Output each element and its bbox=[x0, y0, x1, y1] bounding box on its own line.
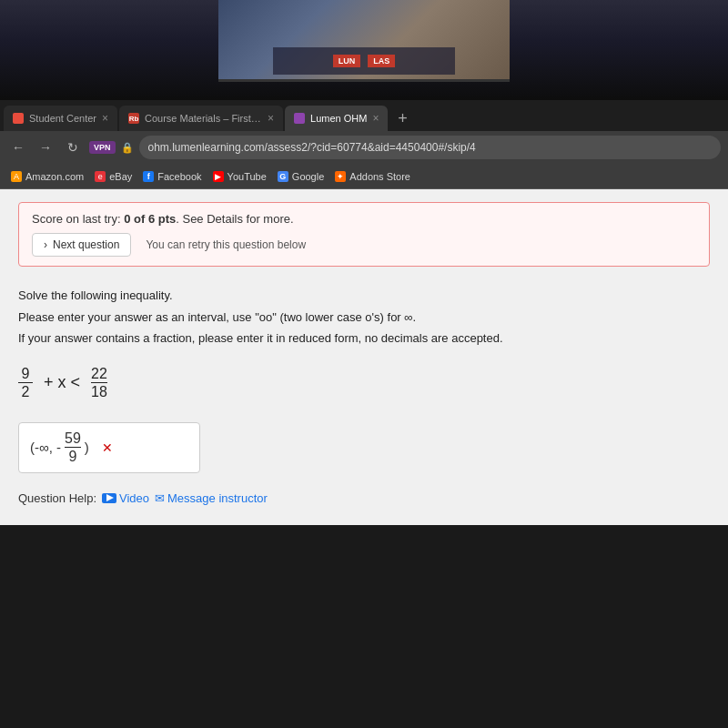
forward-button[interactable]: → bbox=[35, 136, 56, 158]
tab-close-student-center[interactable]: × bbox=[102, 112, 108, 125]
question-area: Solve the following inequality. Please e… bbox=[18, 279, 710, 512]
score-value: 0 of 6 pts bbox=[124, 212, 176, 226]
email-icon: ✉ bbox=[155, 491, 165, 505]
bookmarks-bar: A Amazon.com e eBay f Facebook ▶ YouTube… bbox=[0, 164, 728, 189]
next-question-label: Next question bbox=[53, 238, 119, 251]
tab-lumen-ohm[interactable]: Lumen OHM × bbox=[285, 106, 388, 131]
answer-denominator: 9 bbox=[66, 448, 80, 465]
question-help-label: Question Help: bbox=[18, 491, 96, 505]
bookmark-icon-youtube: ▶ bbox=[213, 171, 224, 182]
tv-background: LUN LAS bbox=[0, 0, 728, 100]
retry-message: You can retry this question below bbox=[146, 238, 306, 251]
message-instructor-link[interactable]: ✉ Message instructor bbox=[155, 491, 268, 505]
refresh-button[interactable]: ↻ bbox=[62, 136, 84, 158]
fraction-left: 9 2 bbox=[18, 366, 33, 400]
tab-course-materials[interactable]: Rb Course Materials – First Year Colle × bbox=[119, 106, 283, 131]
navigation-bar: ← → ↻ VPN 🔒 ohm.lumenlearning.com/assess… bbox=[0, 131, 728, 164]
answer-part2: ) bbox=[85, 440, 89, 455]
bookmark-label-ebay: eBay bbox=[109, 171, 132, 182]
video-help-link[interactable]: Video bbox=[102, 491, 149, 505]
bookmark-label-amazon: Amazon.com bbox=[25, 171, 84, 182]
tab-icon-student-center bbox=[13, 113, 24, 124]
tab-label-lumen-ohm: Lumen OHM bbox=[310, 113, 367, 124]
denominator-left: 2 bbox=[18, 383, 33, 400]
bookmark-amazon[interactable]: A Amazon.com bbox=[11, 171, 84, 182]
tv-badge2: LAS bbox=[368, 55, 395, 67]
question-line2: Please enter your answer as an interval,… bbox=[18, 308, 710, 327]
answer-clear-button[interactable]: ✕ bbox=[102, 440, 113, 455]
answer-input-box[interactable]: (-∞, - 59 9 ) ✕ bbox=[18, 422, 200, 473]
tab-label-course-materials: Course Materials – First Year Colle bbox=[145, 113, 262, 124]
score-prefix: Score on last try: bbox=[32, 212, 124, 226]
answer-numerator: 59 bbox=[65, 430, 81, 449]
tab-student-center[interactable]: Student Center × bbox=[4, 106, 117, 131]
tab-icon-course-materials: Rb bbox=[128, 113, 139, 124]
bookmark-facebook[interactable]: f Facebook bbox=[143, 171, 201, 182]
score-suffix: . See Details for more. bbox=[176, 212, 293, 226]
tab-icon-lumen-ohm bbox=[294, 113, 305, 124]
video-link-label: Video bbox=[119, 491, 149, 505]
tv-screen: LUN LAS bbox=[218, 0, 510, 82]
vpn-badge: VPN bbox=[89, 141, 116, 154]
bookmark-label-google: Google bbox=[292, 171, 324, 182]
lock-icon: 🔒 bbox=[121, 142, 134, 154]
math-operator: + x < bbox=[44, 373, 80, 392]
numerator-right: 22 bbox=[91, 366, 107, 384]
denominator-right: 18 bbox=[91, 383, 107, 400]
math-expression: 9 2 + x < 22 18 bbox=[18, 366, 710, 400]
browser-chrome: Student Center × Rb Course Materials – F… bbox=[0, 100, 728, 189]
question-title: Solve the following inequality. bbox=[18, 287, 710, 305]
tab-bar: Student Center × Rb Course Materials – F… bbox=[0, 100, 728, 131]
answer-fraction: 59 9 bbox=[65, 430, 81, 465]
bookmark-label-youtube: YouTube bbox=[228, 171, 267, 182]
message-instructor-label: Message instructor bbox=[167, 491, 268, 505]
tv-badge1: LUN bbox=[333, 55, 361, 67]
next-question-button[interactable]: › Next question bbox=[32, 233, 131, 257]
tab-close-lumen-ohm[interactable]: × bbox=[372, 112, 379, 125]
back-button[interactable]: ← bbox=[7, 136, 29, 158]
question-help-section: Question Help: Video ✉ Message instructo… bbox=[18, 491, 710, 505]
url-text: ohm.lumenlearning.com/assess2/?cid=60774… bbox=[148, 141, 476, 154]
answer-content: (-∞, - 59 9 ) bbox=[30, 430, 89, 465]
bookmark-ebay[interactable]: e eBay bbox=[95, 171, 132, 182]
bookmark-youtube[interactable]: ▶ YouTube bbox=[213, 171, 267, 182]
page-content: Score on last try: 0 of 6 pts. See Detai… bbox=[0, 189, 728, 525]
bookmark-icon-ebay: e bbox=[95, 171, 106, 182]
video-play-triangle bbox=[106, 494, 114, 501]
score-message: Score on last try: 0 of 6 pts. See Detai… bbox=[32, 212, 696, 226]
bookmark-google[interactable]: G Google bbox=[278, 171, 324, 182]
tv-overlay: LUN LAS bbox=[273, 47, 455, 75]
bookmark-addons[interactable]: ✦ Addons Store bbox=[335, 171, 410, 182]
address-bar[interactable]: ohm.lumenlearning.com/assess2/?cid=60774… bbox=[139, 136, 721, 159]
bookmark-icon-addons: ✦ bbox=[335, 171, 346, 182]
next-question-arrow: › bbox=[44, 238, 47, 251]
video-icon bbox=[102, 493, 116, 503]
question-line3: If your answer contains a fraction, plea… bbox=[18, 329, 710, 348]
numerator-left: 9 bbox=[18, 366, 33, 384]
score-notification-box: Score on last try: 0 of 6 pts. See Detai… bbox=[18, 202, 710, 267]
bookmark-icon-facebook: f bbox=[143, 171, 154, 182]
bookmark-icon-amazon: A bbox=[11, 171, 22, 182]
answer-part1: (-∞, - bbox=[30, 440, 61, 455]
tab-label-student-center: Student Center bbox=[29, 113, 96, 124]
bookmark-icon-google: G bbox=[278, 171, 288, 182]
bookmark-label-facebook: Facebook bbox=[157, 171, 201, 182]
tab-close-course-materials[interactable]: × bbox=[268, 112, 274, 125]
fraction-right: 22 18 bbox=[91, 366, 107, 400]
new-tab-button[interactable]: + bbox=[389, 106, 415, 131]
bookmark-label-addons: Addons Store bbox=[349, 171, 410, 182]
